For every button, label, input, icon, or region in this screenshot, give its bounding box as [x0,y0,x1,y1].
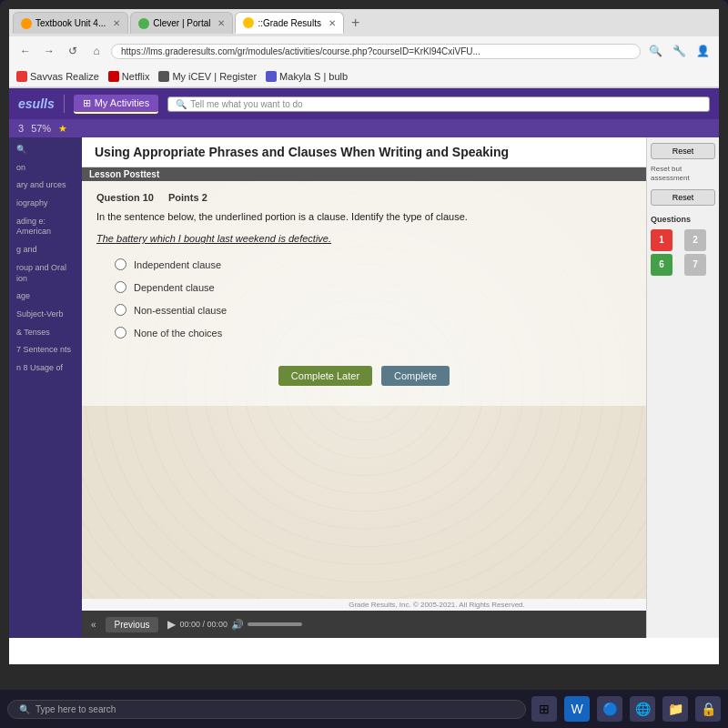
tab-clever-label: Clever | Portal [153,18,210,28]
bookmark-netflix[interactable]: Netflix [108,71,150,82]
bookmark-icev-icon [158,71,169,82]
option-2-label: Non-essential clause [134,305,227,316]
copyright-text: Grade Results, Inc. © 2005-2021. All Rig… [349,601,525,609]
sidebar-item-4[interactable]: g and [9,241,82,259]
taskbar-icon-edge[interactable]: 🌐 [630,696,655,722]
taskbar-icon-lock[interactable]: 🔒 [695,696,721,722]
radio-0[interactable] [115,258,126,270]
sidebar-item-3[interactable]: ading e: American [9,213,82,241]
app-header: esulls ⊞ My Activities 🔍 Tell me what yo… [9,88,719,119]
sidebar-item-5[interactable]: roup and Oral ion [9,259,82,288]
copyright-bar: Grade Results, Inc. © 2005-2021. All Rig… [82,599,646,611]
question-points: Points 2 [168,192,207,203]
taskbar-icon-word[interactable]: W [564,696,590,722]
bookmark-savvas[interactable]: Savvas Realize [16,71,99,82]
taskbar-icon-explorer[interactable]: 📁 [662,696,688,722]
new-tab-button[interactable]: + [346,15,365,31]
progress-percent: 57% [31,123,51,134]
lesson-section-label: Lesson Posttest [82,167,646,181]
audio-progress-track[interactable] [248,622,302,626]
sidebar-item-0[interactable]: on [9,159,82,177]
tab-graderesults[interactable]: ::Grade Results ✕ [235,12,343,34]
bookmark-savvas-icon [16,71,27,82]
tab-close-clever[interactable]: ✕ [217,18,225,28]
monitor: Textbook Unit 4... ✕ Clever | Portal ✕ :… [0,0,728,728]
taskbar: 🔍 Type here to search ⊞ W 🔵 🌐 📁 🔒 [0,690,728,728]
option-0-label: Independent clause [134,259,221,270]
tab-bar: Textbook Unit 4... ✕ Clever | Portal ✕ :… [9,9,719,36]
bookmark-makyla-label: Makyla S | bulb [279,71,348,82]
q-num-7-label: 7 [693,259,698,269]
question-area: Question 10 Points 2 In the sentence bel… [82,181,646,406]
reset-button[interactable]: Reset [651,143,715,159]
sidebar-item-7[interactable]: Subject-Verb [9,306,82,324]
radio-1[interactable] [115,281,126,293]
question-number: Question 10 [96,192,154,203]
sidebar-item-10[interactable]: n 8 Usage of [9,359,82,378]
reset-button-2[interactable]: Reset [651,189,715,206]
q-num-1[interactable]: 1 [651,229,672,251]
address-bar-row: ← → ↺ ⌂ https://lms.graderesults.com/gr/… [9,36,719,66]
time-display: 00:00 / 00:00 [179,620,228,629]
address-box[interactable]: https://lms.graderesults.com/gr/modules/… [111,44,641,59]
previous-button[interactable]: Previous [106,617,159,632]
volume-icon[interactable]: 🔊 [231,619,244,631]
sidebar-item-9[interactable]: 7 Sentence nts [9,341,82,359]
sidebar-item-search[interactable]: 🔍 [9,141,82,159]
search-icon-small: 🔍 [176,99,187,109]
taskbar-icon-start[interactable]: ⊞ [531,696,557,722]
extensions-icon[interactable]: 🔧 [670,42,688,60]
search-icon[interactable]: 🔍 [646,42,664,60]
option-0[interactable]: Independent clause [115,258,632,270]
previous-label: Previous [115,620,150,630]
bookmark-makyla[interactable]: Makyla S | bulb [266,71,348,82]
sidebar-item-1[interactable]: ary and urces [9,177,82,195]
questions-label: Questions [651,215,715,224]
tab-clever[interactable]: Clever | Portal ✕ [130,12,233,34]
complete-button[interactable]: Complete [381,366,450,386]
app-logo-text: sulls [25,96,55,111]
play-icon[interactable]: ▶ [167,618,176,631]
tab-graderesults-label: ::Grade Results [258,18,320,28]
content-area: Using Appropriate Phrases and Clauses Wh… [82,137,646,638]
sidebar-item-2[interactable]: iography [9,195,82,213]
q-num-2[interactable]: 2 [684,229,706,251]
bookmark-icev[interactable]: My iCEV | Register [158,71,257,82]
radio-2[interactable] [115,304,126,316]
option-2[interactable]: Non-essential clause [115,304,632,316]
lesson-title: Using Appropriate Phrases and Clauses Wh… [95,145,509,159]
tab-textbook[interactable]: Textbook Unit 4... ✕ [13,12,128,34]
tab-favicon-textbook [21,18,32,29]
progress-icon: ★ [58,123,67,135]
audio-controls: ▶ 00:00 / 00:00 🔊 [167,618,302,631]
my-activities-button[interactable]: ⊞ My Activities [74,95,159,114]
question-text: In the sentence below, the underlined po… [96,210,632,224]
tab-close-grade[interactable]: ✕ [329,18,336,28]
taskbar-search[interactable]: 🔍 Type here to search [7,700,526,719]
home-button[interactable]: ⌂ [87,42,106,60]
q-num-1-label: 1 [659,235,664,245]
taskbar-icon-teams[interactable]: 🔵 [597,696,622,722]
bookmark-icev-label: My iCEV | Register [172,71,257,82]
complete-later-button[interactable]: Complete Later [278,366,372,386]
q-num-7[interactable]: 7 [684,254,706,276]
taskbar-search-placeholder: Type here to search [35,704,116,714]
content-wrapper: Using Appropriate Phrases and Clauses Wh… [82,137,646,406]
sidebar-item-8[interactable]: & Tenses [9,324,82,342]
refresh-button[interactable]: ↺ [64,42,82,60]
bookmark-makyla-icon [266,71,277,82]
bookmark-netflix-icon [108,71,119,82]
option-1[interactable]: Dependent clause [115,281,632,293]
search-box[interactable]: 🔍 Tell me what you want to do [167,96,710,112]
forward-button[interactable]: → [40,42,58,60]
q-num-6[interactable]: 6 [651,254,672,276]
back-button[interactable]: ← [16,42,35,60]
radio-3[interactable] [115,327,126,339]
option-3[interactable]: None of the choices [115,327,632,339]
profile-icon[interactable]: 👤 [693,42,712,60]
sidebar-item-6[interactable]: age [9,288,82,306]
screen: Textbook Unit 4... ✕ Clever | Portal ✕ :… [9,9,719,664]
tab-favicon-clever [138,18,149,29]
lesson-title-bar: Using Appropriate Phrases and Clauses Wh… [82,137,646,167]
tab-close-textbook[interactable]: ✕ [113,18,120,28]
